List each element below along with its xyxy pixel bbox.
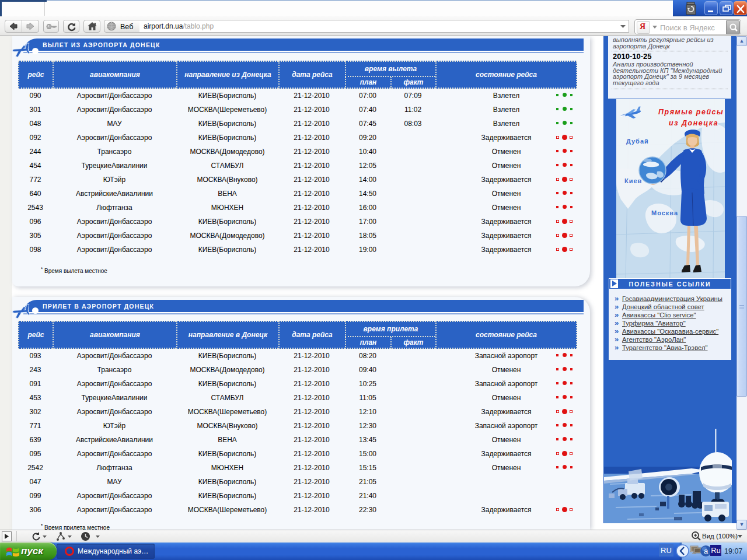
svg-text:из Донецка: из Донецка xyxy=(669,119,718,127)
svg-text:Москва: Москва xyxy=(651,209,678,216)
svg-text:Киев: Киев xyxy=(624,177,642,184)
svg-text:Дубай: Дубай xyxy=(626,138,649,145)
svg-text:a: a xyxy=(704,547,708,555)
svg-text:Прямые рейсы: Прямые рейсы xyxy=(658,108,724,116)
